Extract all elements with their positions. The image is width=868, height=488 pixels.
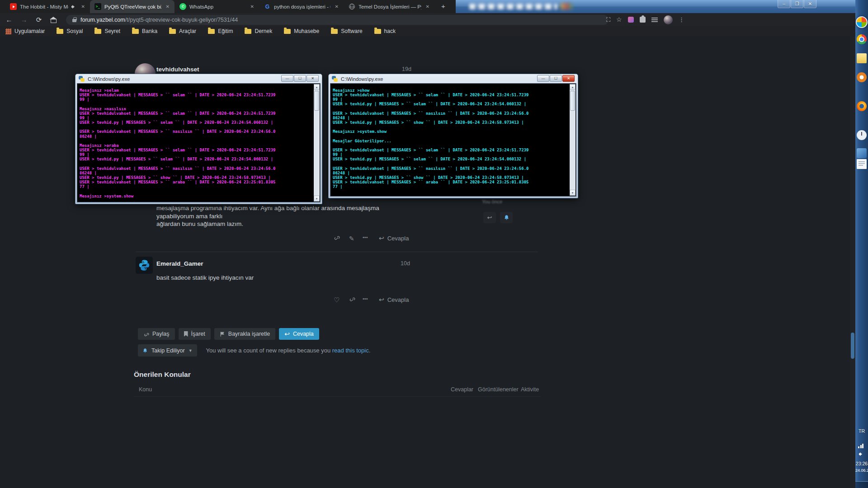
column-header-activity[interactable]: Aktivite bbox=[521, 386, 539, 393]
bookmark-folder[interactable]: Araçlar bbox=[169, 28, 196, 34]
taskbar-explorer-icon[interactable] bbox=[857, 53, 867, 63]
link-icon[interactable] bbox=[333, 234, 340, 242]
page-scrollbar[interactable] bbox=[850, 36, 855, 488]
share-reply-button[interactable]: ↩ bbox=[483, 212, 496, 223]
clock-time[interactable]: 23:26 bbox=[855, 461, 868, 466]
tab-audio-icon[interactable] bbox=[71, 5, 77, 9]
chevron-down-icon: ▼ bbox=[189, 348, 193, 353]
more-actions-icon[interactable]: ••• bbox=[363, 235, 368, 240]
notify-bell-button[interactable] bbox=[500, 212, 513, 223]
tab-close-icon[interactable]: ✕ bbox=[165, 4, 171, 9]
reply-primary-button[interactable]: ↩ Cevapla bbox=[279, 328, 319, 340]
tab-forum-active[interactable]: >_ PyQt5 QTreeView çok büyük geli ✕ bbox=[90, 0, 175, 13]
extension-brush-icon[interactable] bbox=[628, 17, 634, 23]
taskbar-firefox-icon[interactable] bbox=[857, 101, 867, 111]
taskbar-chrome-icon[interactable] bbox=[857, 34, 867, 44]
address-bar[interactable]: forum.yazbel.com/t/pyqt5-qtreeview-cok-b… bbox=[66, 15, 609, 25]
taskbar-mediaplayer-icon[interactable] bbox=[857, 72, 867, 82]
more-actions-icon[interactable]: ••• bbox=[363, 296, 368, 301]
profile-avatar[interactable] bbox=[664, 15, 673, 24]
bookmark-folder[interactable]: Dernek bbox=[245, 28, 272, 34]
start-button[interactable] bbox=[856, 16, 868, 28]
scrollbar-thumb[interactable] bbox=[851, 333, 854, 359]
new-tab-button[interactable]: + bbox=[439, 3, 447, 10]
close-icon[interactable]: ✕ bbox=[562, 75, 575, 82]
window-titlebar[interactable]: – ❐ ✕ bbox=[456, 0, 855, 13]
google-icon: G bbox=[264, 3, 271, 10]
close-icon[interactable]: ✕ bbox=[804, 0, 816, 8]
scroll-up-icon[interactable]: ▲ bbox=[314, 84, 320, 90]
bookmark-folder[interactable]: Seyret bbox=[94, 28, 120, 34]
bookmark-folder[interactable]: Banka bbox=[132, 28, 157, 34]
bookmark-folder[interactable]: Eğitim bbox=[208, 28, 233, 34]
bookmark-folder[interactable]: hack bbox=[374, 28, 396, 34]
volume-icon[interactable] bbox=[859, 452, 864, 456]
taskbar-app-icon[interactable] bbox=[857, 148, 867, 158]
language-indicator[interactable]: TR bbox=[855, 428, 868, 434]
tab-google-search[interactable]: G python dosya işlemleri - Google ✕ bbox=[259, 0, 344, 13]
tracking-dropdown[interactable]: Takip Ediliyor ▼ bbox=[138, 344, 197, 357]
reply-button[interactable]: ↩ Cevapla bbox=[379, 235, 409, 242]
bookmark-folder[interactable]: Muhasebe bbox=[284, 28, 319, 34]
column-header-views[interactable]: Görüntülenenler bbox=[478, 386, 519, 393]
column-header-replies[interactable]: Cevaplar bbox=[451, 386, 473, 393]
taskbar-clock-app-icon[interactable] bbox=[857, 130, 867, 140]
reply-arrow-icon: ↩ bbox=[284, 330, 290, 338]
sidebar-icon[interactable]: ⛶ bbox=[606, 16, 610, 23]
edit-pencil-icon[interactable]: ✎ bbox=[349, 235, 354, 242]
minimize-icon[interactable]: — bbox=[281, 75, 293, 82]
tab-python-docs[interactable]: Temel Dosya İşlemleri — Python ✕ bbox=[344, 0, 434, 13]
console-scrollbar[interactable]: ▲ ▼ bbox=[314, 84, 320, 202]
tab-youtube[interactable]: The Hobbit - Misty Mountain ✕ bbox=[5, 0, 90, 13]
tab-close-icon[interactable]: ✕ bbox=[425, 4, 431, 9]
reply-button[interactable]: ↩ Cevapla bbox=[379, 296, 409, 303]
scroll-up-icon[interactable]: ▲ bbox=[570, 84, 576, 90]
taskbar-document-app-icon[interactable] bbox=[857, 159, 867, 169]
share-button[interactable]: Paylaş bbox=[138, 328, 175, 340]
console-scrollbar[interactable]: ▲ ▼ bbox=[570, 84, 576, 196]
back-button[interactable]: ← bbox=[3, 16, 15, 23]
bookmark-button[interactable]: İşaret bbox=[179, 328, 211, 340]
tab-close-icon[interactable]: ✕ bbox=[80, 4, 86, 9]
url-text[interactable]: forum.yazbel.com/t/pyqt5-qtreeview-cok-b… bbox=[80, 17, 238, 23]
post-author[interactable]: tevhidulvahset bbox=[156, 66, 199, 73]
scroll-down-icon[interactable]: ▼ bbox=[314, 196, 320, 202]
tab-whatsapp[interactable]: ✆ WhatsApp ✕ bbox=[175, 0, 259, 13]
maximize-icon[interactable]: ☐ bbox=[294, 75, 306, 82]
reload-button[interactable]: ⟳ bbox=[33, 16, 45, 24]
network-icon[interactable] bbox=[858, 444, 865, 448]
read-topic-link[interactable]: read this topic bbox=[332, 347, 369, 354]
post-avatar[interactable] bbox=[136, 257, 153, 274]
tab-close-icon[interactable]: ✕ bbox=[334, 4, 340, 9]
clock-date[interactable]: 24.06.2020 bbox=[855, 468, 868, 473]
post-author[interactable]: Emerald_Gamer bbox=[156, 260, 203, 267]
flag-button[interactable]: Bayrakla işaretle bbox=[214, 328, 275, 340]
minimize-icon[interactable]: – bbox=[778, 0, 790, 8]
maximize-icon[interactable]: ☐ bbox=[550, 75, 562, 82]
globe-icon bbox=[349, 3, 355, 10]
close-icon[interactable]: ✕ bbox=[307, 75, 319, 82]
scroll-down-icon[interactable]: ▼ bbox=[570, 190, 576, 196]
bookmark-apps[interactable]: Uygulamalar bbox=[5, 28, 45, 34]
extensions-puzzle-icon[interactable] bbox=[640, 17, 646, 23]
home-button[interactable] bbox=[50, 17, 57, 23]
scrollbar-thumb[interactable] bbox=[570, 91, 575, 111]
link-icon[interactable] bbox=[349, 296, 355, 304]
column-header-topic[interactable]: Konu bbox=[139, 386, 152, 393]
scrollbar-thumb[interactable] bbox=[314, 91, 319, 111]
show-desktop-button[interactable] bbox=[855, 481, 868, 488]
bookmark-folder[interactable]: Software bbox=[331, 28, 362, 34]
minimize-icon[interactable]: — bbox=[537, 75, 549, 82]
extension-list-icon[interactable] bbox=[651, 17, 658, 23]
folder-icon bbox=[374, 29, 381, 34]
console-window-right[interactable]: C:\Windows\py.exe — ☐ ✕ Mesajınız >show … bbox=[328, 74, 578, 198]
forward-button[interactable]: → bbox=[18, 16, 30, 23]
like-heart-icon[interactable]: ♡ bbox=[334, 296, 340, 304]
lock-icon[interactable] bbox=[72, 19, 76, 22]
bookmark-star-icon[interactable]: ☆ bbox=[616, 17, 622, 23]
maximize-icon[interactable]: ❐ bbox=[791, 0, 803, 8]
console-window-left[interactable]: C:\Windows\py.exe — ☐ ✕ Mesajınız >selam… bbox=[75, 74, 322, 204]
bookmark-folder[interactable]: Sosyal bbox=[57, 28, 83, 34]
browser-menu-icon[interactable]: ⋮ bbox=[679, 16, 684, 23]
tab-close-icon[interactable]: ✕ bbox=[249, 4, 255, 9]
